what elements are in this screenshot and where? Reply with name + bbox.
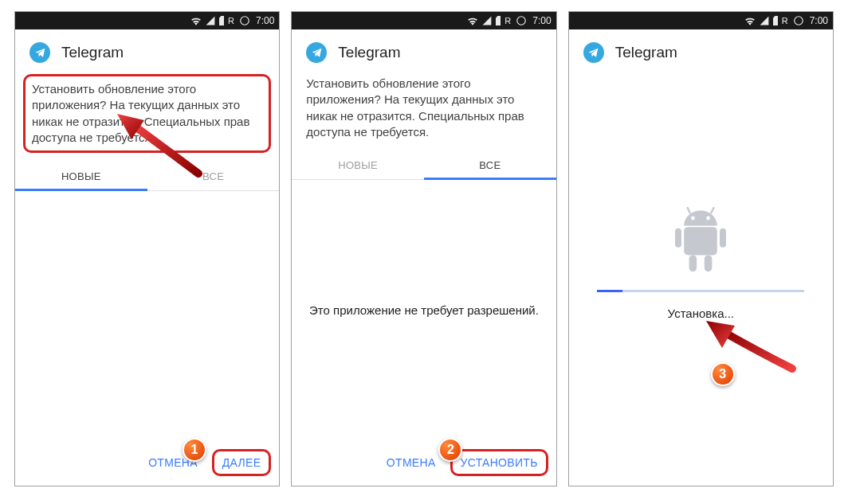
svg-rect-10 <box>710 206 715 214</box>
installer-header: Telegram <box>569 29 833 71</box>
app-title: Telegram <box>61 44 124 61</box>
phone-screen-3: R 7:00 Telegram <box>568 11 834 486</box>
permissions-list-empty <box>15 191 279 441</box>
permission-tabs: НОВЫЕ ВСЕ <box>15 161 279 191</box>
battery-icon <box>516 15 527 26</box>
update-message: Установить обновление этого приложения? … <box>292 71 556 150</box>
install-button[interactable]: УСТАНОВИТЬ <box>450 449 548 476</box>
install-status-label: Установка... <box>668 307 734 320</box>
svg-rect-9 <box>686 206 691 214</box>
tab-new[interactable]: НОВЫЕ <box>15 161 147 190</box>
step-badge-1: 1 <box>183 438 206 462</box>
wifi-icon <box>190 16 202 25</box>
installer-header: Telegram <box>15 29 279 71</box>
clock-label: 7:00 <box>532 15 551 26</box>
step-badge-3: 3 <box>711 362 735 386</box>
roaming-indicator: R <box>228 16 235 25</box>
svg-point-0 <box>241 17 249 25</box>
sim-icon <box>496 16 501 25</box>
telegram-app-icon <box>306 42 327 63</box>
clock-label: 7:00 <box>810 15 828 26</box>
svg-rect-5 <box>675 228 681 247</box>
android-robot-icon <box>669 205 732 275</box>
svg-rect-4 <box>685 227 718 255</box>
app-title: Telegram <box>338 44 400 61</box>
phone-screen-1: R 7:00 Telegram Установить обновление эт… <box>14 11 280 486</box>
dialog-footer: ОТМЕНА УСТАНОВИТЬ <box>292 441 556 486</box>
cancel-button[interactable]: ОТМЕНА <box>377 450 446 475</box>
app-title: Telegram <box>615 44 677 61</box>
status-bar: R 7:00 <box>292 12 556 29</box>
telegram-app-icon <box>583 42 604 63</box>
svg-point-11 <box>691 216 695 220</box>
telegram-app-icon <box>29 42 50 63</box>
tab-new[interactable]: НОВЫЕ <box>292 150 424 179</box>
install-progress-body: Установка... <box>569 71 833 486</box>
update-message: Установить обновление этого приложения? … <box>23 74 271 153</box>
dialog-footer: ОТМЕНА ДАЛЕЕ <box>15 441 279 486</box>
signal-icon <box>482 16 492 25</box>
svg-point-2 <box>517 17 526 25</box>
no-permissions-text: Это приложение не требует разрешений. <box>292 180 556 441</box>
wifi-icon <box>467 16 478 25</box>
roaming-indicator: R <box>782 16 789 25</box>
installer-header: Telegram <box>292 29 556 71</box>
svg-point-3 <box>794 17 803 25</box>
clock-label: 7:00 <box>256 15 274 26</box>
tab-all[interactable]: ВСЕ <box>147 161 280 190</box>
permission-tabs: НОВЫЕ ВСЕ <box>292 150 556 180</box>
sim-icon <box>219 16 224 25</box>
install-progress-bar <box>597 290 804 292</box>
svg-point-12 <box>707 216 711 220</box>
status-bar: R 7:00 <box>15 12 279 29</box>
svg-rect-8 <box>705 255 713 272</box>
signal-icon <box>206 16 215 25</box>
roaming-indicator: R <box>504 16 512 25</box>
signal-icon <box>760 16 769 25</box>
svg-rect-7 <box>689 255 697 272</box>
battery-icon <box>239 15 250 26</box>
svg-rect-6 <box>720 228 726 247</box>
install-progress-fill <box>597 290 622 292</box>
sim-icon <box>773 16 778 25</box>
phone-screen-2: R 7:00 Telegram Установить обновление эт… <box>291 11 556 486</box>
status-bar: R 7:00 <box>569 12 833 29</box>
wifi-icon <box>744 16 756 25</box>
battery-icon <box>793 15 804 26</box>
next-button[interactable]: ДАЛЕЕ <box>212 449 272 476</box>
tab-all[interactable]: ВСЕ <box>424 150 556 179</box>
